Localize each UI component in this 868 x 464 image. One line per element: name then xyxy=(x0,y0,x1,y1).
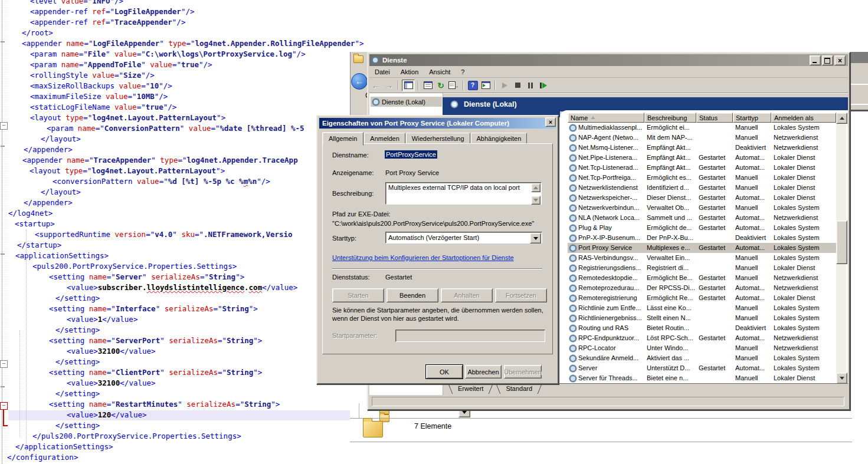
cancel-button[interactable]: Abbrechen xyxy=(465,365,502,379)
service-gear-icon xyxy=(569,235,577,242)
column-header-anmelden-als[interactable]: Anmelden als xyxy=(771,113,836,123)
folder-icon-large xyxy=(363,421,383,437)
stop-service-icon[interactable] xyxy=(512,80,523,91)
window-title: Dienste xyxy=(382,57,407,64)
service-row[interactable]: PnP-X-IP-Busenum...Der PnP-X-Bu...Deakti… xyxy=(568,233,836,243)
close-button[interactable]: × xyxy=(834,55,846,65)
menu-ansicht[interactable]: Ansicht xyxy=(424,67,456,77)
service-name-value[interactable]: PortProxyService xyxy=(385,150,437,159)
code-line[interactable]: <appender-ref ref="TraceAppender"/> xyxy=(4,17,868,28)
service-row[interactable]: ServerUnterstützt D...GestartetAutomat..… xyxy=(568,363,836,373)
scroll-down-button xyxy=(531,196,541,205)
pause-service-icon[interactable] xyxy=(525,80,536,91)
dialog-close-button[interactable]: × xyxy=(545,117,556,127)
start-button: Starten xyxy=(332,288,384,302)
service-row[interactable]: Net.Msmq-Listener...Empfängt Akt...Deakt… xyxy=(568,143,836,153)
maximize-button[interactable] xyxy=(822,55,833,65)
service-row[interactable]: NetzwerklistendienstIdentifiziert d...Ge… xyxy=(568,183,836,193)
properties-icon[interactable] xyxy=(422,80,434,91)
menu-datei[interactable]: Datei xyxy=(369,67,395,77)
display-name-label: Anzeigename: xyxy=(332,169,374,176)
service-gear-icon xyxy=(569,134,577,141)
code-line[interactable]: <level value="INFO"/> xyxy=(4,0,868,6)
startup-type-combobox[interactable]: Automatisch (Verzögerter Start) xyxy=(385,232,542,243)
view-tabs: Erweitert Standard xyxy=(443,383,539,395)
minimize-button[interactable] xyxy=(810,55,821,65)
service-gear-icon xyxy=(569,195,577,202)
export-list-icon[interactable]: → xyxy=(448,80,460,91)
chevron-down-icon xyxy=(533,237,538,240)
scrollbar-down-button[interactable] xyxy=(836,373,847,383)
service-row[interactable]: Richtlinie zum Entfe...Lässt eine Ko...M… xyxy=(568,303,836,313)
refresh-icon[interactable]: ↻ xyxy=(435,80,447,91)
service-row[interactable]: Net.Tcp-Portfreiga...Ermöglicht es...Ges… xyxy=(568,173,836,183)
startup-options-help-link[interactable]: Unterstützung beim Konfigurieren der Sta… xyxy=(332,254,514,261)
service-status-label: Dienststatus: xyxy=(332,274,370,281)
service-row[interactable]: Sekundäre Anmeld...Aktiviert das ...Manu… xyxy=(568,353,836,363)
apply-button: Übernehmen xyxy=(504,365,542,379)
show-action-pane-icon[interactable] xyxy=(480,80,492,91)
service-row-selected[interactable]: Port Proxy ServiceMultiplexes e...Gestar… xyxy=(568,243,836,253)
triangle-down-icon xyxy=(533,199,538,202)
column-header-name[interactable]: Name xyxy=(568,113,644,123)
service-row[interactable]: Net.Tcp-Listenerad...Empfängt Akt...Gest… xyxy=(568,163,836,173)
service-row[interactable]: Routing und RASBietet Routin...Deaktivie… xyxy=(568,323,836,333)
code-line[interactable]: <appender-ref ref="LogFileAppender"/> xyxy=(4,6,868,17)
service-row[interactable]: Server für Threads...Bietet eine n...Man… xyxy=(568,373,836,383)
combobox-drop-button[interactable] xyxy=(530,233,541,243)
column-header-status[interactable]: Status xyxy=(696,113,733,123)
ok-button[interactable]: OK xyxy=(426,365,463,379)
service-properties-dialog: Eigenschaften von Port Proxy Service (Lo… xyxy=(316,115,559,384)
back-icon[interactable]: ← xyxy=(370,80,382,91)
service-status-value: Gestartet xyxy=(385,274,412,281)
exe-path-value: "C:\work\ais\puls200.PortProxyService\pu… xyxy=(332,220,534,227)
code-line[interactable]: </root> xyxy=(4,28,868,38)
code-line[interactable]: </applicationSettings> xyxy=(4,442,868,452)
service-gear-icon xyxy=(569,215,577,222)
service-row[interactable]: Multimediaklassenpl...Ermöglicht ei...Ma… xyxy=(568,123,836,133)
service-row[interactable]: Remoteprozedurau...Der RPCSS-Di...Gestar… xyxy=(568,283,836,293)
stop-button[interactable]: Beenden xyxy=(386,288,438,302)
services-app-icon xyxy=(372,57,379,64)
forward-icon[interactable]: → xyxy=(383,80,395,91)
restart-service-icon[interactable] xyxy=(538,80,549,91)
service-row[interactable]: Netzwerkverbindun...Verwaltet Ob...Gesta… xyxy=(568,203,836,213)
tab-standard[interactable]: Standard xyxy=(499,383,539,394)
service-gear-icon xyxy=(569,265,577,272)
back-button[interactable]: ← xyxy=(351,73,368,90)
dialog-titlebar[interactable]: Eigenschaften von Port Proxy Service (Lo… xyxy=(319,118,556,129)
help-icon[interactable]: ? xyxy=(467,80,479,91)
service-row[interactable]: RPC-LocatorUnter Windo...ManuellNetzwerk… xyxy=(568,343,836,353)
menu-hilfe[interactable]: ? xyxy=(456,67,470,77)
service-row[interactable]: Richtlinienergebniss...Stellt einen N...… xyxy=(568,313,836,323)
service-gear-icon xyxy=(569,144,577,152)
scrollbar-thumb[interactable] xyxy=(836,221,847,264)
tree-item-dienste-lokal[interactable]: Dienste (Lokal) xyxy=(371,97,442,107)
services-window-titlebar[interactable]: Dienste × xyxy=(369,54,848,66)
results-pane-title: Dienste (Lokal) xyxy=(464,100,517,108)
service-gear-icon xyxy=(569,375,577,382)
column-header-beschreibung[interactable]: Beschreibung xyxy=(644,113,696,123)
tab-erweitert[interactable]: Erweitert xyxy=(451,383,490,394)
service-row[interactable]: RPC-Endpunktzuor...Löst RPC-Sch...Gestar… xyxy=(568,333,836,343)
menu-aktion[interactable]: Aktion xyxy=(395,67,424,77)
code-line[interactable]: <appender name="LogFileAppender" type="l… xyxy=(4,38,868,49)
service-row[interactable]: NAP-Agent (Netwo...Mit dem NAP-...Manuel… xyxy=(568,133,836,143)
code-line[interactable]: </configuration> xyxy=(4,452,868,463)
startup-type-value: Automatisch (Verzögerter Start) xyxy=(388,234,479,241)
service-row[interactable]: NLA (Network Loca...Sammelt und ...Gesta… xyxy=(568,213,836,223)
service-gear-icon xyxy=(569,365,577,372)
service-row[interactable]: Plug & PlayErmöglicht de...GestartetAuto… xyxy=(568,223,836,233)
tab-allgemein[interactable]: Allgemein xyxy=(322,132,363,146)
column-header-starttyp[interactable]: Starttyp xyxy=(733,113,771,123)
service-row[interactable]: RAS-Verbindungsv...Verwaltet Ein...Manue… xyxy=(568,253,836,263)
description-box[interactable]: Multiplexes external TCP/IP data on loca… xyxy=(385,182,542,205)
scrollbar-up-button[interactable] xyxy=(836,113,847,124)
service-row[interactable]: RemoteregistrierungErmöglicht Re...Gesta… xyxy=(568,293,836,303)
service-row[interactable]: Remotedesktopdie...Ermöglicht Be...Gesta… xyxy=(568,273,836,283)
show-console-tree-icon[interactable] xyxy=(402,80,415,91)
service-row[interactable]: Netzwerkspeicher-...Dieser Dienst...Gest… xyxy=(568,193,836,203)
service-row[interactable]: Registrierungsdiens...Registriert di...M… xyxy=(568,263,836,273)
menu-bar: Datei Aktion Ansicht ? xyxy=(369,66,848,78)
service-row[interactable]: Net.Pipe-Listenera...Empfängt Akt...Gest… xyxy=(568,153,836,163)
